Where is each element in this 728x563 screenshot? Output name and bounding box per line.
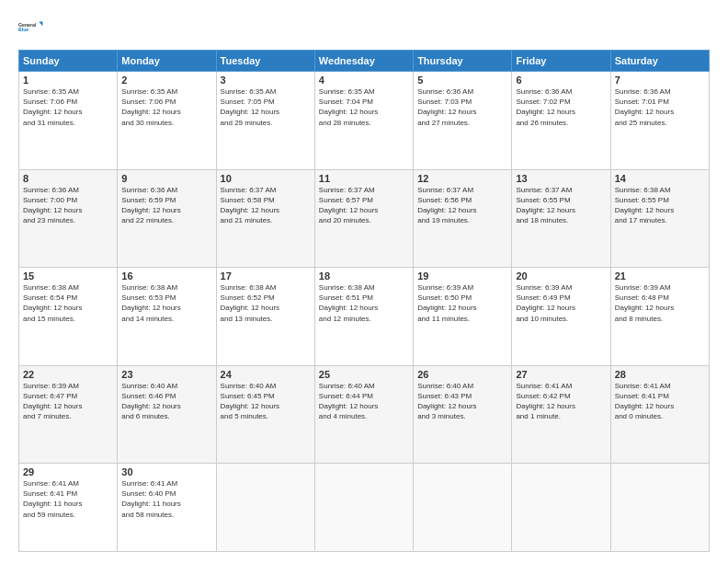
calendar-cell: [414, 464, 512, 552]
calendar-cell: 22Sunrise: 6:39 AM Sunset: 6:47 PM Dayli…: [19, 365, 118, 464]
calendar-cell: 24Sunrise: 6:40 AM Sunset: 6:45 PM Dayli…: [216, 365, 314, 464]
day-number: 13: [516, 173, 606, 184]
day-number: 4: [319, 75, 409, 86]
day-number: 9: [121, 173, 211, 184]
day-info: Sunrise: 6:38 AM Sunset: 6:54 PM Dayligh…: [23, 282, 113, 324]
calendar-cell: 13Sunrise: 6:37 AM Sunset: 6:55 PM Dayli…: [512, 169, 610, 268]
calendar-cell: [314, 464, 413, 552]
calendar-cell: 5Sunrise: 6:36 AM Sunset: 7:03 PM Daylig…: [414, 72, 512, 170]
day-number: 15: [23, 270, 113, 282]
day-info: Sunrise: 6:40 AM Sunset: 6:46 PM Dayligh…: [121, 381, 211, 422]
day-info: Sunrise: 6:36 AM Sunset: 6:59 PM Dayligh…: [121, 185, 211, 226]
day-number: 7: [615, 75, 705, 86]
day-info: Sunrise: 6:41 AM Sunset: 6:42 PM Dayligh…: [516, 381, 606, 422]
calendar-cell: 18Sunrise: 6:38 AM Sunset: 6:51 PM Dayli…: [314, 268, 413, 366]
day-header-thursday: Thursday: [414, 51, 512, 72]
day-info: Sunrise: 6:38 AM Sunset: 6:51 PM Dayligh…: [319, 282, 409, 324]
calendar-cell: 6Sunrise: 6:36 AM Sunset: 7:02 PM Daylig…: [512, 72, 610, 170]
calendar-body: 1Sunrise: 6:35 AM Sunset: 7:06 PM Daylig…: [19, 72, 710, 552]
day-number: 17: [221, 270, 311, 282]
calendar-cell: 25Sunrise: 6:40 AM Sunset: 6:44 PM Dayli…: [314, 365, 413, 464]
calendar-week-1: 1Sunrise: 6:35 AM Sunset: 7:06 PM Daylig…: [19, 72, 710, 170]
day-info: Sunrise: 6:38 AM Sunset: 6:52 PM Dayligh…: [221, 282, 311, 324]
calendar-cell: 30Sunrise: 6:41 AM Sunset: 6:40 PM Dayli…: [118, 464, 216, 552]
day-info: Sunrise: 6:36 AM Sunset: 7:01 PM Dayligh…: [615, 86, 705, 128]
day-number: 12: [417, 173, 507, 184]
day-info: Sunrise: 6:36 AM Sunset: 7:03 PM Dayligh…: [417, 86, 507, 128]
day-number: 16: [121, 270, 211, 282]
logo: GeneralBlue: [18, 15, 44, 40]
day-info: Sunrise: 6:35 AM Sunset: 7:04 PM Dayligh…: [319, 86, 409, 128]
calendar-cell: 12Sunrise: 6:37 AM Sunset: 6:56 PM Dayli…: [414, 169, 512, 268]
day-info: Sunrise: 6:37 AM Sunset: 6:58 PM Dayligh…: [221, 185, 311, 226]
day-number: 28: [615, 369, 705, 380]
day-header-wednesday: Wednesday: [314, 51, 413, 72]
day-info: Sunrise: 6:35 AM Sunset: 7:06 PM Dayligh…: [23, 86, 113, 128]
calendar-cell: 8Sunrise: 6:36 AM Sunset: 7:00 PM Daylig…: [19, 169, 118, 268]
calendar-cell: 2Sunrise: 6:35 AM Sunset: 7:06 PM Daylig…: [118, 72, 216, 170]
calendar-cell: 27Sunrise: 6:41 AM Sunset: 6:42 PM Dayli…: [512, 365, 610, 464]
day-info: Sunrise: 6:35 AM Sunset: 7:06 PM Dayligh…: [121, 86, 211, 128]
calendar-cell: 28Sunrise: 6:41 AM Sunset: 6:41 PM Dayli…: [610, 365, 709, 464]
day-info: Sunrise: 6:38 AM Sunset: 6:55 PM Dayligh…: [615, 185, 705, 226]
day-number: 2: [121, 75, 211, 86]
calendar-cell: [512, 464, 610, 552]
calendar-cell: 19Sunrise: 6:39 AM Sunset: 6:50 PM Dayli…: [414, 268, 512, 366]
day-info: Sunrise: 6:39 AM Sunset: 6:49 PM Dayligh…: [516, 282, 606, 324]
day-info: Sunrise: 6:39 AM Sunset: 6:50 PM Dayligh…: [417, 282, 507, 324]
logo-icon: GeneralBlue: [18, 15, 44, 40]
day-info: Sunrise: 6:37 AM Sunset: 6:56 PM Dayligh…: [417, 185, 507, 226]
day-header-monday: Monday: [118, 51, 216, 72]
day-info: Sunrise: 6:37 AM Sunset: 6:57 PM Dayligh…: [319, 185, 409, 226]
calendar-cell: 3Sunrise: 6:35 AM Sunset: 7:05 PM Daylig…: [216, 72, 314, 170]
svg-text:Blue: Blue: [18, 27, 28, 32]
day-info: Sunrise: 6:40 AM Sunset: 6:45 PM Dayligh…: [221, 381, 311, 422]
day-info: Sunrise: 6:41 AM Sunset: 6:40 PM Dayligh…: [121, 478, 211, 520]
day-number: 6: [516, 75, 606, 86]
day-header-friday: Friday: [512, 51, 610, 72]
calendar-table: SundayMondayTuesdayWednesdayThursdayFrid…: [18, 50, 710, 552]
calendar-cell: 23Sunrise: 6:40 AM Sunset: 6:46 PM Dayli…: [118, 365, 216, 464]
day-number: 19: [417, 270, 507, 282]
day-info: Sunrise: 6:41 AM Sunset: 6:41 PM Dayligh…: [23, 478, 113, 520]
calendar-cell: 1Sunrise: 6:35 AM Sunset: 7:06 PM Daylig…: [19, 72, 118, 170]
day-info: Sunrise: 6:36 AM Sunset: 7:00 PM Dayligh…: [23, 185, 113, 226]
day-number: 30: [121, 466, 211, 477]
day-header-sunday: Sunday: [19, 51, 118, 72]
calendar-cell: 26Sunrise: 6:40 AM Sunset: 6:43 PM Dayli…: [414, 365, 512, 464]
day-info: Sunrise: 6:37 AM Sunset: 6:55 PM Dayligh…: [516, 185, 606, 226]
day-number: 23: [121, 369, 211, 380]
day-info: Sunrise: 6:39 AM Sunset: 6:48 PM Dayligh…: [615, 282, 705, 324]
calendar-cell: 17Sunrise: 6:38 AM Sunset: 6:52 PM Dayli…: [216, 268, 314, 366]
day-number: 29: [23, 466, 113, 477]
day-number: 22: [23, 369, 113, 380]
calendar-cell: 14Sunrise: 6:38 AM Sunset: 6:55 PM Dayli…: [610, 169, 709, 268]
calendar-cell: [610, 464, 709, 552]
day-info: Sunrise: 6:40 AM Sunset: 6:44 PM Dayligh…: [319, 381, 409, 422]
day-number: 26: [417, 369, 507, 380]
calendar-week-2: 8Sunrise: 6:36 AM Sunset: 7:00 PM Daylig…: [19, 169, 710, 268]
day-number: 10: [221, 173, 311, 184]
calendar-cell: 21Sunrise: 6:39 AM Sunset: 6:48 PM Dayli…: [610, 268, 709, 366]
calendar-cell: 4Sunrise: 6:35 AM Sunset: 7:04 PM Daylig…: [314, 72, 413, 170]
calendar-cell: 29Sunrise: 6:41 AM Sunset: 6:41 PM Dayli…: [19, 464, 118, 552]
day-info: Sunrise: 6:39 AM Sunset: 6:47 PM Dayligh…: [23, 381, 113, 422]
day-number: 25: [319, 369, 409, 380]
day-number: 18: [319, 270, 409, 282]
day-number: 24: [221, 369, 311, 380]
calendar-week-5: 29Sunrise: 6:41 AM Sunset: 6:41 PM Dayli…: [19, 464, 710, 552]
calendar-week-4: 22Sunrise: 6:39 AM Sunset: 6:47 PM Dayli…: [19, 365, 710, 464]
day-number: 1: [23, 75, 113, 86]
day-info: Sunrise: 6:41 AM Sunset: 6:41 PM Dayligh…: [615, 381, 705, 422]
svg-text:General: General: [18, 22, 37, 28]
calendar-cell: [216, 464, 314, 552]
day-info: Sunrise: 6:36 AM Sunset: 7:02 PM Dayligh…: [516, 86, 606, 128]
day-number: 5: [417, 75, 507, 86]
day-info: Sunrise: 6:40 AM Sunset: 6:43 PM Dayligh…: [417, 381, 507, 422]
calendar-cell: 11Sunrise: 6:37 AM Sunset: 6:57 PM Dayli…: [314, 169, 413, 268]
day-info: Sunrise: 6:35 AM Sunset: 7:05 PM Dayligh…: [221, 86, 311, 128]
day-header-saturday: Saturday: [610, 51, 709, 72]
day-number: 14: [615, 173, 705, 184]
day-number: 8: [23, 173, 113, 184]
calendar-cell: 15Sunrise: 6:38 AM Sunset: 6:54 PM Dayli…: [19, 268, 118, 366]
